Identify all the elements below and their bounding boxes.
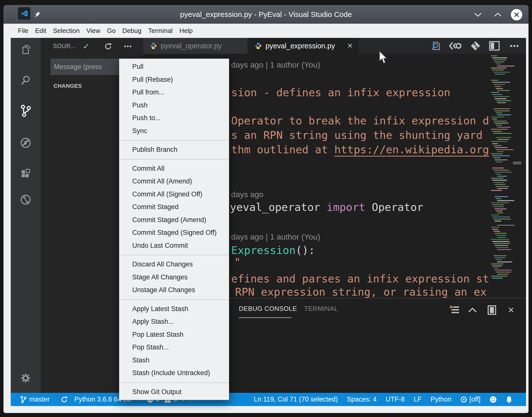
menu-item-commit-all[interactable]: Commit All	[119, 162, 229, 175]
minimize-button[interactable]	[472, 9, 484, 20]
settings-gear-icon[interactable]	[11, 366, 41, 390]
search-icon[interactable]	[11, 68, 41, 92]
tab-pyeval-operator[interactable]: pyeval_operator.py	[143, 38, 248, 54]
menu-debug[interactable]: Debug	[122, 27, 141, 35]
open-changes-icon[interactable]	[449, 40, 462, 51]
menu-item-stage-all-changes[interactable]: Stage All Changes	[119, 271, 229, 284]
changes-section-label[interactable]: CHANGES	[54, 83, 82, 89]
find-in-file-icon[interactable]	[430, 40, 443, 51]
git-compare-icon[interactable]	[469, 40, 482, 51]
commit-message-placeholder: Message (press	[51, 63, 102, 71]
sync-indicator[interactable]	[61, 393, 68, 406]
close-panel-icon[interactable]: ✕	[505, 304, 518, 316]
code-line: yeval_operator import Operator	[230, 201, 423, 213]
encoding-indicator[interactable]: UTF-8	[386, 396, 405, 403]
menu-item-stash[interactable]: Stash	[119, 354, 229, 367]
menu-item-apply-latest-stash[interactable]: Apply Latest Stash	[119, 303, 229, 316]
menu-view[interactable]: View	[86, 27, 100, 35]
menu-item-commit-all-signed[interactable]: Commit All (Signed Off)	[119, 188, 229, 201]
menu-item-apply-stash[interactable]: Apply Stash...	[119, 315, 229, 328]
menu-go[interactable]: Go	[107, 27, 116, 35]
menu-item-pull-from[interactable]: Pull from...	[119, 86, 229, 99]
split-editor-icon[interactable]	[488, 40, 501, 51]
menu-item-stash-include-untracked[interactable]: Stash (Include Untracked)	[119, 367, 229, 380]
class-name: Expression	[231, 244, 296, 256]
codelens-annotation[interactable]: days ago | 1 author (You)	[231, 232, 320, 242]
feedback-smiley-icon[interactable]	[489, 396, 497, 403]
source-control-icon[interactable]	[11, 99, 41, 123]
window-titlebar[interactable]: pyeval_expression.py - PyEval - Visual S…	[3, 5, 529, 24]
python-file-icon	[150, 42, 157, 50]
status-bar: master Python 3.6.6 64 Bit 0 0 ✓ 0 Ln 11…	[11, 393, 526, 406]
menu-item-push[interactable]: Push	[119, 99, 229, 112]
python-file-icon	[255, 42, 262, 50]
menu-item-publish-branch[interactable]: Publish Branch	[119, 143, 229, 156]
editor-more-actions-icon[interactable]	[508, 40, 521, 51]
cursor-position-indicator[interactable]: Ln 119, Col 71 (70 selected)	[254, 396, 338, 403]
menu-item-show-git-output[interactable]: Show Git Output	[119, 386, 229, 399]
panel-layout-icon[interactable]	[485, 304, 498, 316]
statusbar-right-group: Ln 119, Col 71 (70 selected) Spaces: 4 U…	[254, 393, 512, 406]
code-line: Operator to break the infix expression d…	[231, 114, 495, 127]
code-line: Expression():	[231, 244, 315, 256]
menu-item-commit-staged[interactable]: Commit Staged	[119, 201, 229, 214]
menu-item-pull[interactable]: Pull	[119, 60, 229, 73]
editor-tab-bar: pyeval_operator.py pyeval_expression.py …	[143, 38, 526, 54]
notifications-bell-icon[interactable]	[506, 396, 512, 403]
maximize-button[interactable]	[492, 9, 504, 20]
maximize-panel-icon[interactable]	[466, 304, 479, 316]
language-mode-indicator[interactable]: Python	[430, 396, 451, 403]
scrollbar-thumb[interactable]	[513, 162, 521, 165]
activity-bar	[11, 38, 41, 393]
codelens-annotation[interactable]: days ago	[231, 190, 264, 199]
code-line: s an RPN string using the shunting yard	[231, 129, 483, 141]
test-explorer-icon[interactable]	[11, 188, 41, 212]
menu-item-unstage-all-changes[interactable]: Unstage All Changes	[119, 284, 229, 297]
menu-item-commit-staged-amend[interactable]: Commit Staged (Amend)	[119, 214, 229, 227]
code-text: Operator	[365, 201, 423, 213]
window-frame-left	[3, 38, 11, 406]
code-text: yeval_operator	[230, 201, 327, 213]
explorer-icon[interactable]	[11, 38, 41, 62]
menu-item-undo-last-commit[interactable]: Undo Last Commit	[119, 239, 229, 252]
debug-icon[interactable]	[11, 131, 41, 155]
wikipedia-link[interactable]: https://en.wikipedia.org	[334, 143, 489, 157]
tab-close-icon[interactable]: ✕	[345, 41, 354, 50]
menu-terminal[interactable]: Terminal	[148, 27, 173, 35]
codelens-annotation[interactable]: days ago | 1 author (You)	[231, 60, 320, 70]
menu-item-pull-rebase[interactable]: Pull (Rebase)	[119, 73, 229, 86]
indentation-indicator[interactable]: Spaces: 4	[347, 396, 377, 403]
menu-separator	[119, 159, 229, 160]
menu-item-pop-latest-stash[interactable]: Pop Latest Stash	[119, 328, 229, 341]
menu-separator	[119, 299, 229, 300]
menu-item-commit-staged-signed[interactable]: Commit Staged (Signed Off)	[119, 226, 229, 239]
menu-selection[interactable]: Selection	[53, 27, 80, 35]
window-frame-right	[526, 38, 529, 406]
menu-item-push-to[interactable]: Push to...	[119, 112, 229, 125]
menu-help[interactable]: Help	[179, 27, 193, 35]
tab-terminal[interactable]: TERMINAL	[304, 305, 338, 313]
menu-file[interactable]: File	[18, 27, 28, 35]
commit-check-icon[interactable]: ✓	[81, 41, 92, 51]
menu-item-pop-stash[interactable]: Pop Stash...	[119, 341, 229, 354]
branch-name: master	[29, 396, 50, 403]
tab-debug-console[interactable]: DEBUG CONSOLE	[239, 305, 297, 313]
refresh-icon[interactable]	[103, 41, 114, 51]
menu-item-commit-all-amend[interactable]: Commit All (Amend)	[119, 175, 229, 188]
extensions-icon[interactable]	[11, 161, 41, 185]
close-button[interactable]	[511, 9, 522, 20]
tab-pyeval-expression[interactable]: pyeval_expression.py	[248, 38, 358, 54]
git-branch-indicator[interactable]: master	[20, 393, 50, 406]
tab-label: pyeval_expression.py	[266, 42, 335, 50]
more-actions-icon[interactable]	[122, 41, 133, 51]
menu-item-discard-all-changes[interactable]: Discard All Changes	[119, 258, 229, 271]
menu-bar: File Edit Selection View Go Debug Termin…	[3, 24, 529, 38]
menu-edit[interactable]: Edit	[35, 27, 46, 35]
screencast-indicator[interactable]: [off]	[460, 396, 480, 403]
menu-item-sync[interactable]: Sync	[119, 125, 229, 138]
import-keyword: import	[327, 201, 365, 213]
minimap[interactable]	[490, 54, 513, 298]
sidebar-title: SOUR...	[53, 43, 76, 50]
clear-console-icon[interactable]	[448, 304, 461, 316]
eol-indicator[interactable]: LF	[414, 396, 422, 403]
